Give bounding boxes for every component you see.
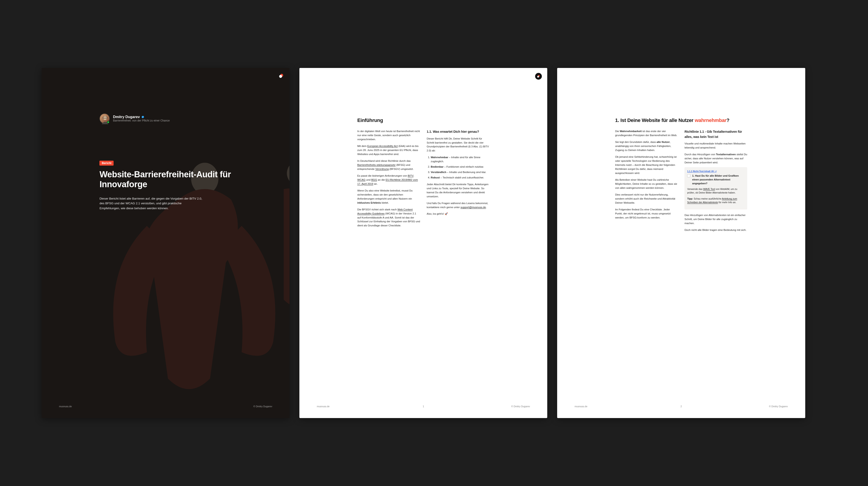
link-bitv[interactable]: BITV: [408, 174, 413, 177]
principle-1: Wahrnehmbar – Inhalte sind für alle Sinn…: [431, 155, 490, 163]
support-email-link[interactable]: support@musnuss.de: [460, 206, 486, 209]
report-title: Website-Barrierefreiheit-Audit für Innov…: [99, 170, 232, 189]
report-type-badge: Bericht: [99, 161, 114, 165]
brand-chip-icon: [535, 73, 542, 80]
author-tagline: Barrierefreiheit: von der Pflicht zu ein…: [113, 119, 169, 122]
link-wave-tool[interactable]: WAVE Tool: [703, 188, 715, 190]
checkbox[interactable]: [687, 174, 690, 177]
online-indicator: [107, 121, 110, 124]
page-footer: musnuss.de 1 © Dmitry Dugarev: [317, 405, 530, 408]
brand-logo-icon: [278, 73, 284, 79]
footer-copyright: © Dmitry Dugarev: [769, 405, 788, 408]
principle-3: Verständlich – Inhalte und Bedienung sin…: [431, 170, 490, 174]
footer-site: musnuss.de: [575, 405, 588, 408]
author-avatar: [99, 113, 110, 124]
footer-site: musnuss.de: [59, 405, 72, 408]
wcag-criterion-link[interactable]: 1.1.1 Nicht-Text-Inhalt (A) ↗: [687, 170, 745, 173]
svg-point-3: [279, 75, 282, 78]
link-bfsg[interactable]: Barrierefreiheits-stärkungsgesetz: [358, 163, 396, 166]
perceivable-page: 1. Ist Deine Website für alle Nutzer wah…: [557, 68, 805, 418]
intro-right-p3: Und falls Du Fragen während des Lesens b…: [427, 201, 490, 209]
svg-point-7: [537, 75, 539, 78]
intro-p5: Wenn Du also eine Website betreibst, mus…: [358, 188, 420, 205]
link-bgg[interactable]: BGG: [371, 178, 377, 181]
principle-2: Bedienbar – Funktionen sind einfach nutz…: [431, 165, 490, 169]
page-footer: musnuss.de © Dmitry Dugarev: [59, 405, 272, 408]
author-name: Dmitry Dugarev: [113, 115, 140, 119]
checklist-card: 1.1.1 Nicht-Text-Inhalt (A) ↗ 1. Hast Du…: [684, 167, 747, 210]
link-wcag[interactable]: WCAG: [358, 178, 366, 181]
footer-copyright: © Dmitry Dugarev: [511, 405, 530, 408]
author-info: Dmitry Dugarev Barrierefreiheit: von der…: [113, 115, 169, 122]
intro-p3: In Deutschland wird diese Richtlinie dur…: [358, 159, 420, 171]
principles-list: Wahrnehmbar – Inhalte sind für alle Sinn…: [427, 155, 490, 180]
intro-right-p2: Jeder Abschnitt bietet Dir konkrete Tipp…: [427, 182, 490, 199]
perceivable-heading: 1. Ist Deine Website für alle Nutzer wah…: [615, 117, 747, 123]
intro-p4: Es passt die bisherigen Anforderungen vo…: [358, 174, 420, 186]
intro-p2: Mit dem European Accessibility Act (EAA)…: [358, 144, 420, 156]
link-verordnung[interactable]: Verordnung: [375, 168, 389, 170]
intro-right-p4: Also, los geht's! 🚀: [427, 212, 490, 216]
page-number: 1: [423, 405, 424, 408]
page-number: 2: [681, 405, 682, 408]
intro-right-column: 1.1. Was erwartet Dich hier genau? Diese…: [427, 129, 490, 230]
checklist-question: 1. Hast Du für alle Bilder und Grafiken …: [687, 174, 745, 185]
intro-p6: Die BFSGV richtet sich stark nach Web Co…: [358, 208, 420, 228]
footer-site: musnuss.de: [317, 405, 330, 408]
principle-4: Robust – Technisch stabil und zukunftssi…: [431, 176, 490, 180]
page-footer: musnuss.de 2 © Dmitry Dugarev: [575, 405, 788, 408]
intro-p1: In der digitalen Welt von heute ist Barr…: [358, 129, 420, 141]
perceivable-left-column: Die Wahrnehmbarkeit ist das erste der vi…: [615, 129, 678, 235]
guideline-1-1-heading: Richtlinie 1.1 - Gib Textalternativen fü…: [684, 129, 747, 139]
verified-badge-icon: [141, 115, 145, 119]
link-eaa[interactable]: European Accessibility Act: [367, 145, 398, 147]
intro-left-column: In der digitalen Welt von heute ist Barr…: [358, 129, 420, 230]
report-description: Dieser Bericht listet alle Barrieren auf…: [99, 196, 203, 211]
intro-right-intro: Dieser Bericht hilft Dir, Deine Website …: [427, 136, 490, 153]
author-row: Dmitry Dugarev Barrierefreiheit: von der…: [99, 113, 232, 124]
svg-point-1: [287, 160, 290, 186]
perceivable-right-column: Richtlinie 1.1 - Gib Textalternativen fü…: [684, 129, 747, 235]
intro-sub-heading: 1.1. Was erwartet Dich hier genau?: [427, 129, 490, 134]
intro-heading: Einführung: [358, 117, 490, 123]
report-cover-page: Dmitry Dugarev Barrierefreiheit: von der…: [41, 68, 289, 418]
intro-page: Einführung In der digitalen Welt von heu…: [299, 68, 547, 418]
svg-point-4: [103, 116, 107, 120]
footer-copyright: © Dmitry Dugarev: [253, 405, 272, 408]
